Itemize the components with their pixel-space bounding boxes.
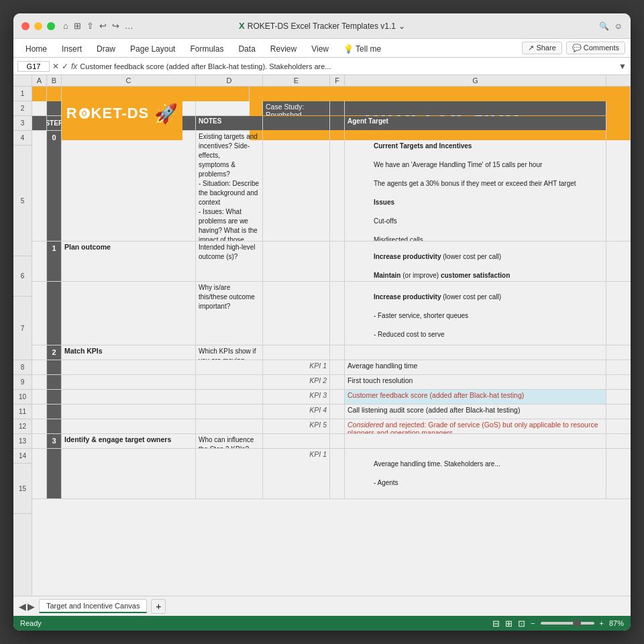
prev-sheet-icon[interactable]: ◀ (19, 601, 26, 612)
fx-icon[interactable]: fx (71, 62, 77, 71)
cell-a6[interactable] (32, 241, 47, 281)
cell-d10[interactable] (196, 375, 263, 389)
minimize-button[interactable] (34, 22, 42, 30)
share2-icon[interactable]: ⇧ (87, 21, 94, 31)
cell-e4[interactable] (263, 116, 330, 130)
col-header-g[interactable]: G (345, 75, 606, 86)
tab-formulas[interactable]: Formulas (183, 42, 230, 57)
cell-f11[interactable] (330, 390, 345, 404)
desc-row6[interactable]: Plan outcome (62, 241, 196, 281)
col-header-b[interactable]: B (47, 75, 62, 86)
cell-f5[interactable] (330, 131, 345, 241)
undo-icon[interactable]: ↩ (99, 21, 107, 31)
cell-e7[interactable] (263, 282, 330, 345)
g-row9[interactable]: Average handling time (345, 360, 606, 374)
g-row10[interactable]: First touch resolution (345, 375, 606, 389)
grid-icon[interactable]: ⊞ (74, 21, 81, 31)
desc-row8[interactable]: Match KPIs (62, 345, 196, 360)
add-sheet-button[interactable]: + (151, 599, 166, 614)
zoom-in-icon[interactable]: + (600, 619, 604, 627)
cell-e14[interactable] (263, 434, 330, 448)
zoom-thumb[interactable] (573, 619, 581, 627)
tab-data[interactable]: Data (231, 42, 262, 57)
cell-f4[interactable] (330, 116, 345, 130)
cell-a13[interactable] (32, 419, 47, 433)
tab-view[interactable]: View (305, 42, 335, 57)
cell-a3[interactable] (32, 101, 47, 115)
redo-icon[interactable]: ↪ (112, 21, 119, 31)
cell-f13[interactable] (330, 419, 345, 433)
cell-e6[interactable] (263, 241, 330, 281)
cell-f8[interactable] (330, 345, 345, 360)
tab-review[interactable]: Review (264, 42, 303, 57)
notes-row6[interactable]: Intended high-level outcome (s)? (196, 241, 263, 281)
tab-insert[interactable]: Insert (55, 42, 89, 57)
col-header-a[interactable]: A (32, 75, 47, 86)
cell-d1[interactable] (182, 87, 250, 101)
emoji-icon[interactable]: ☺ (614, 21, 623, 31)
cell-a4[interactable] (32, 116, 47, 130)
cell-c10[interactable] (62, 375, 196, 389)
cell-c15[interactable] (62, 449, 196, 498)
cell-d13[interactable] (196, 419, 263, 433)
cell-f7[interactable] (330, 282, 345, 345)
page-layout-icon[interactable]: ⊞ (505, 619, 513, 629)
cell-c12[interactable] (62, 405, 196, 419)
cell-a7[interactable] (32, 282, 47, 345)
more-icon[interactable]: … (125, 21, 133, 31)
col-header-f[interactable]: F (330, 75, 345, 86)
tab-page-layout[interactable]: Page Layout (123, 42, 182, 57)
desc-row5[interactable]: Identify existing issues (62, 131, 196, 241)
tab-home[interactable]: Home (19, 42, 54, 57)
cell-a11[interactable] (32, 390, 47, 404)
zoom-out-icon[interactable]: − (531, 619, 535, 627)
cell-f14[interactable] (330, 434, 345, 448)
cell-c9[interactable] (62, 360, 196, 374)
cell-d11[interactable] (196, 390, 263, 404)
cell-a10[interactable] (32, 375, 47, 389)
cell-a5[interactable] (32, 131, 47, 241)
close-button[interactable] (21, 22, 30, 30)
g-row5[interactable]: Current Targets and Incentives We have a… (345, 131, 606, 241)
search-icon[interactable]: 🔍 (599, 21, 609, 31)
next-sheet-icon[interactable]: ▶ (28, 601, 35, 612)
cell-f10[interactable] (330, 375, 345, 389)
cell-f9[interactable] (330, 360, 345, 374)
notes-row8[interactable]: Which KPIs show if you are moving toward… (196, 345, 263, 360)
sheet-tab-target-incentive[interactable]: Target and Incentive Canvas (39, 599, 147, 613)
tab-tell-me[interactable]: 💡 Tell me (337, 42, 388, 57)
cell-d9[interactable] (196, 360, 263, 374)
g-row8[interactable] (345, 345, 606, 360)
expand-formula-icon[interactable]: ▼ (619, 62, 627, 71)
cell-f12[interactable] (330, 405, 345, 419)
desc-row7[interactable] (62, 282, 196, 345)
zoom-slider[interactable] (541, 622, 594, 625)
g-row6[interactable]: Increase productivity (lower cost per ca… (345, 241, 606, 281)
cell-f6[interactable] (330, 241, 345, 281)
cell-d3[interactable] (196, 101, 263, 115)
normal-view-icon[interactable]: ⊟ (492, 619, 500, 629)
col-header-d[interactable]: D (196, 75, 263, 86)
g-row13[interactable]: Considered and rejected: Grade of servic… (345, 419, 606, 433)
cell-d15[interactable] (196, 449, 263, 498)
cell-c11[interactable] (62, 390, 196, 404)
cell-d12[interactable] (196, 405, 263, 419)
col-header-e[interactable]: E (263, 75, 330, 86)
g-row7[interactable]: Increase productivity (lower cost per ca… (345, 282, 606, 345)
notes-row14[interactable]: Who can influence the Step 2 KPIs? (196, 434, 263, 448)
maximize-button[interactable] (47, 22, 55, 30)
notes-row7[interactable]: Why is/are this/these outcome important? (196, 282, 263, 345)
cell-a15[interactable] (32, 449, 47, 498)
cell-a9[interactable] (32, 360, 47, 374)
cell-f15[interactable] (330, 449, 345, 498)
g-row15[interactable]: Average handling time. Stakeholders are.… (345, 449, 606, 498)
cell-a12[interactable] (32, 405, 47, 419)
cell-g3[interactable] (345, 101, 606, 115)
tab-draw[interactable]: Draw (90, 42, 122, 57)
cell-a14[interactable] (32, 434, 47, 448)
cell-b3[interactable] (47, 101, 62, 115)
cell-e5[interactable] (263, 131, 330, 241)
home-icon[interactable]: ⌂ (63, 21, 68, 31)
comments-button[interactable]: 💬 Comments (566, 42, 625, 54)
cell-f3[interactable] (330, 101, 345, 115)
